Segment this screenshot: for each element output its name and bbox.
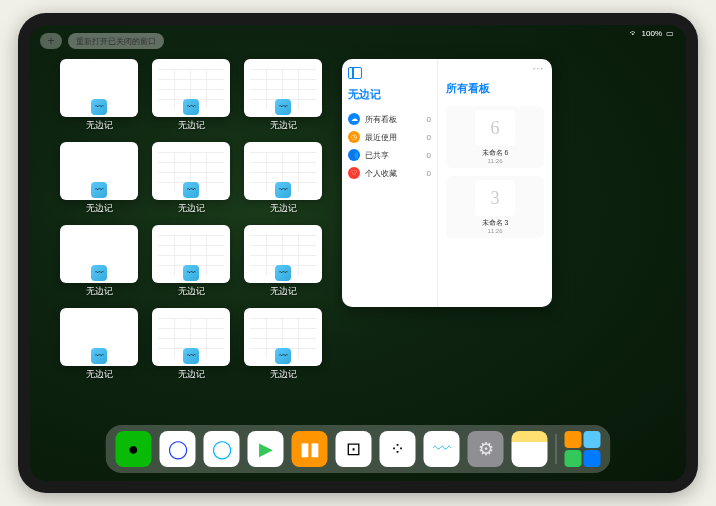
个人收藏-icon: ♡ [348,167,360,179]
sidebar-toggle-icon[interactable] [348,67,362,79]
window-label: 无边记 [86,368,113,381]
window-label: 无边记 [86,202,113,215]
freeform-app-icon: 〰 [183,182,199,198]
window-thumbnail[interactable]: 〰无边记 [244,59,322,132]
preview-main: ··· 所有看板 6未命名 611:263未命名 311:26 [438,59,552,307]
window-label: 无边记 [270,285,297,298]
window-thumb[interactable]: 〰 [60,142,138,200]
freeform-app-icon: 〰 [275,182,291,198]
window-label: 无边记 [178,285,205,298]
sidebar-item[interactable]: ☁所有看板0 [348,110,431,128]
window-label: 无边记 [178,368,205,381]
已共享-icon: 👥 [348,149,360,161]
status-bar: ᯤ 100% ▭ [630,29,674,38]
settings-app-icon[interactable]: ⚙ [468,431,504,467]
window-label: 无边记 [178,119,205,132]
video-app-icon[interactable]: ▶ [248,431,284,467]
dice-app-icon[interactable]: ⊡ [336,431,372,467]
add-button[interactable]: + [40,33,62,49]
reopen-closed-window-button[interactable]: 重新打开已关闭的窗口 [68,33,164,49]
sidebar-item-label: 最近使用 [365,132,397,143]
window-thumb[interactable]: 〰 [60,225,138,283]
所有看板-icon: ☁ [348,113,360,125]
board-thumbnail: 6 [475,110,515,146]
notes-app-icon[interactable] [512,431,548,467]
window-thumb[interactable]: 〰 [60,59,138,117]
window-grid: 〰无边记〰无边记〰无边记〰无边记〰无边记〰无边记〰无边记〰无边记〰无边记〰无边记… [60,59,322,419]
window-thumbnail[interactable]: 〰无边记 [152,59,230,132]
more-icon[interactable]: ··· [533,63,544,74]
window-thumbnail[interactable]: 〰无边记 [152,142,230,215]
window-thumb[interactable]: 〰 [152,308,230,366]
window-thumbnail[interactable]: 〰无边记 [244,142,322,215]
freeform-app-icon: 〰 [183,265,199,281]
window-thumbnail[interactable]: 〰无边记 [244,308,322,381]
sidebar-item-count: 0 [427,151,431,160]
board-thumbnail: 3 [475,180,515,216]
freeform-app-icon[interactable]: 〰 [424,431,460,467]
board-name: 未命名 3 [482,218,509,228]
preview-sidebar: 无边记 ☁所有看板0◷最近使用0👥已共享0♡个人收藏0 [342,59,438,307]
sidebar-item-count: 0 [427,169,431,178]
quark-app-icon[interactable]: ◯ [160,431,196,467]
sidebar-item-count: 0 [427,133,431,142]
最近使用-icon: ◷ [348,131,360,143]
wechat-app-icon[interactable]: ● [116,431,152,467]
battery-icon: ▭ [666,29,674,38]
sidebar-item-label: 所有看板 [365,114,397,125]
window-thumbnail[interactable]: 〰无边记 [60,225,138,298]
pattern-app-icon[interactable]: ⁘ [380,431,416,467]
ipad-frame: ᯤ 100% ▭ + 重新打开已关闭的窗口 〰无边记〰无边记〰无边记〰无边记〰无… [18,13,698,493]
expose-area: 〰无边记〰无边记〰无边记〰无边记〰无边记〰无边记〰无边记〰无边记〰无边记〰无边记… [60,59,656,419]
wifi-icon: ᯤ [630,29,638,38]
sidebar-item[interactable]: 👥已共享0 [348,146,431,164]
window-thumbnail[interactable]: 〰无边记 [60,59,138,132]
window-thumbnail[interactable]: 〰无边记 [60,142,138,215]
freeform-app-icon: 〰 [183,99,199,115]
board-card[interactable]: 3未命名 311:26 [446,176,544,238]
top-controls: + 重新打开已关闭的窗口 [40,33,164,49]
window-thumbnail[interactable]: 〰无边记 [60,308,138,381]
recent-apps-icon[interactable] [565,431,601,467]
battery-label: 100% [642,29,662,38]
dock-separator [556,434,557,464]
window-label: 无边记 [178,202,205,215]
window-label: 无边记 [86,119,113,132]
freeform-app-icon: 〰 [275,265,291,281]
sidebar-item-label: 已共享 [365,150,389,161]
freeform-app-icon: 〰 [91,348,107,364]
preview-section-title: 所有看板 [446,81,544,96]
board-time: 11:26 [487,228,502,234]
window-thumb[interactable]: 〰 [60,308,138,366]
window-label: 无边记 [86,285,113,298]
window-thumb[interactable]: 〰 [152,225,230,283]
window-thumb[interactable]: 〰 [244,308,322,366]
preview-app-title: 无边记 [348,87,431,102]
freeform-app-icon: 〰 [275,348,291,364]
freeform-app-icon: 〰 [91,265,107,281]
sidebar-item-label: 个人收藏 [365,168,397,179]
window-thumb[interactable]: 〰 [244,225,322,283]
window-thumb[interactable]: 〰 [244,142,322,200]
window-thumb[interactable]: 〰 [152,142,230,200]
freeform-app-icon: 〰 [183,348,199,364]
board-time: 11:26 [487,158,502,164]
window-thumbnail[interactable]: 〰无边记 [244,225,322,298]
board-card[interactable]: 6未命名 611:26 [446,106,544,168]
window-thumb[interactable]: 〰 [152,59,230,117]
window-thumbnail[interactable]: 〰无边记 [152,225,230,298]
books-app-icon[interactable]: ▮▮ [292,431,328,467]
window-thumbnail[interactable]: 〰无边记 [152,308,230,381]
board-name: 未命名 6 [482,148,509,158]
sidebar-item[interactable]: ◷最近使用0 [348,128,431,146]
freeform-preview-window[interactable]: 无边记 ☁所有看板0◷最近使用0👥已共享0♡个人收藏0 ··· 所有看板 6未命… [342,59,552,307]
sidebar-item[interactable]: ♡个人收藏0 [348,164,431,182]
window-label: 无边记 [270,202,297,215]
window-label: 无边记 [270,368,297,381]
sidebar-item-count: 0 [427,115,431,124]
freeform-app-icon: 〰 [91,182,107,198]
browser-app-icon[interactable]: ◯ [204,431,240,467]
freeform-app-icon: 〰 [275,99,291,115]
window-thumb[interactable]: 〰 [244,59,322,117]
dock: ●◯◯▶▮▮⊡⁘〰⚙ [106,425,611,473]
